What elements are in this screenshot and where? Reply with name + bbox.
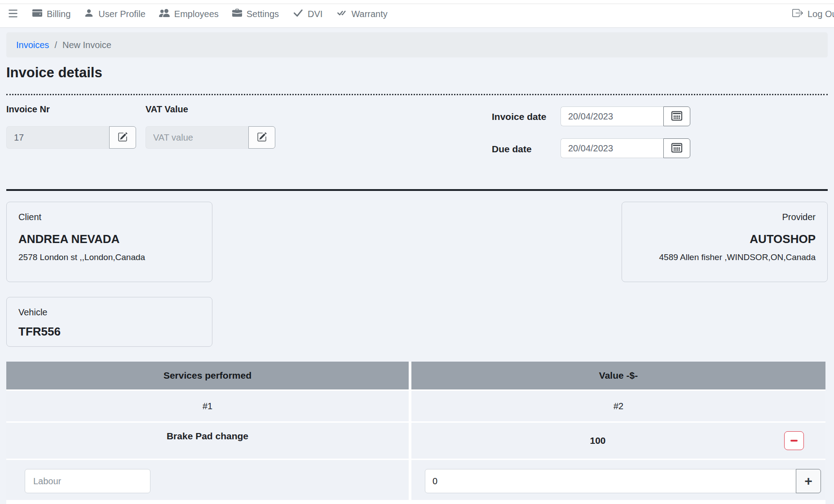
vehicle-plate: TFR556 xyxy=(18,325,200,339)
invoice-date-calendar-button[interactable] xyxy=(663,106,690,126)
services-table: Services performed Value -$- #1 #2 Brake… xyxy=(6,362,825,504)
check-icon xyxy=(292,8,303,21)
page-title: Invoice details xyxy=(6,65,102,81)
due-date-group xyxy=(560,138,690,158)
breadcrumb-separator: / xyxy=(54,40,57,50)
logout-icon xyxy=(792,8,803,21)
nav-item-billing[interactable]: Billing xyxy=(32,8,71,20)
due-date-input[interactable] xyxy=(560,138,663,158)
minus-icon xyxy=(790,440,798,442)
top-navbar: Billing User Profile Employees Settings xyxy=(0,0,834,28)
provider-card-label: Provider xyxy=(634,212,816,222)
breadcrumb: Invoices / New Invoice xyxy=(6,32,828,57)
nav-item-warranty[interactable]: Warranty xyxy=(336,8,387,21)
nav-label: User Profile xyxy=(98,9,145,19)
logout-button[interactable]: Log Out xyxy=(792,0,834,28)
invoice-nr-input[interactable] xyxy=(6,126,109,149)
invoice-nr-label: Invoice Nr xyxy=(6,104,50,115)
vat-input[interactable] xyxy=(146,126,248,149)
invoice-date-label: Invoice date xyxy=(492,111,546,122)
breadcrumb-current: New Invoice xyxy=(62,40,111,50)
due-date-label: Due date xyxy=(492,144,532,155)
nav-label: Employees xyxy=(174,9,219,19)
services-header: Services performed xyxy=(6,362,409,389)
client-address: 2578 London st ,,London,Canada xyxy=(18,252,200,262)
nav-label: Settings xyxy=(247,9,279,19)
new-service-input[interactable] xyxy=(25,469,150,493)
logout-label: Log Out xyxy=(808,9,834,19)
value-index-cell: #2 xyxy=(411,391,825,421)
invoice-date-group xyxy=(560,106,690,126)
invoice-date-input[interactable] xyxy=(560,106,663,126)
calendar-icon xyxy=(671,142,683,155)
new-value-input[interactable] xyxy=(425,469,796,493)
new-value-cell: + xyxy=(411,460,825,500)
vehicle-card-label: Vehicle xyxy=(18,307,200,318)
value-header: Value -$- xyxy=(411,362,825,389)
vat-label: VAT Value xyxy=(146,104,188,115)
client-card-label: Client xyxy=(18,212,200,222)
person-icon xyxy=(84,8,94,20)
dotted-divider xyxy=(6,94,828,95)
nav-item-dvi[interactable]: DVI xyxy=(292,8,322,21)
vehicle-card: Vehicle TFR556 xyxy=(6,297,212,347)
breadcrumb-invoices-link[interactable]: Invoices xyxy=(16,40,49,50)
vat-edit-button[interactable] xyxy=(248,126,275,149)
remove-service-button[interactable] xyxy=(784,431,804,450)
nav-item-user-profile[interactable]: User Profile xyxy=(84,8,145,20)
provider-card: Provider AUTOSHOP 4589 Allen fisher ,WIN… xyxy=(622,202,828,282)
client-card: Client ANDREA NEVADA 2578 London st ,,Lo… xyxy=(6,202,212,282)
vat-group xyxy=(146,126,275,149)
wallet-icon xyxy=(32,8,42,20)
plus-icon: + xyxy=(804,474,812,488)
add-service-button[interactable]: + xyxy=(796,469,821,493)
nav-label: Billing xyxy=(47,9,71,19)
people-icon xyxy=(159,8,170,21)
service-value-cell: 100 xyxy=(411,423,825,459)
service-name-cell: Brake Pad change xyxy=(6,423,409,459)
invoice-page: Billing User Profile Employees Settings xyxy=(0,0,834,504)
service-index-cell: #1 xyxy=(6,391,409,421)
invoice-nr-group xyxy=(6,126,136,149)
service-value: 100 xyxy=(411,435,784,446)
due-date-calendar-button[interactable] xyxy=(663,138,690,158)
double-check-icon xyxy=(336,8,347,21)
pencil-square-icon xyxy=(118,132,128,143)
nav-item-employees[interactable]: Employees xyxy=(159,8,219,21)
calendar-icon xyxy=(671,110,683,123)
nav-label: Warranty xyxy=(351,9,387,19)
nav-item-settings[interactable]: Settings xyxy=(232,8,279,20)
provider-address: 4589 Allen fisher ,WINDSOR,ON,Canada xyxy=(634,252,816,262)
invoice-nr-edit-button[interactable] xyxy=(109,126,136,149)
section-divider xyxy=(6,189,828,191)
nav-label: DVI xyxy=(308,9,322,19)
provider-name: AUTOSHOP xyxy=(634,232,816,246)
hamburger-icon xyxy=(7,8,19,21)
menu-toggle-button[interactable] xyxy=(7,8,19,21)
client-name: ANDREA NEVADA xyxy=(18,232,200,246)
new-service-cell xyxy=(6,460,409,500)
briefcase-icon xyxy=(232,8,242,20)
pencil-square-icon xyxy=(257,132,267,143)
